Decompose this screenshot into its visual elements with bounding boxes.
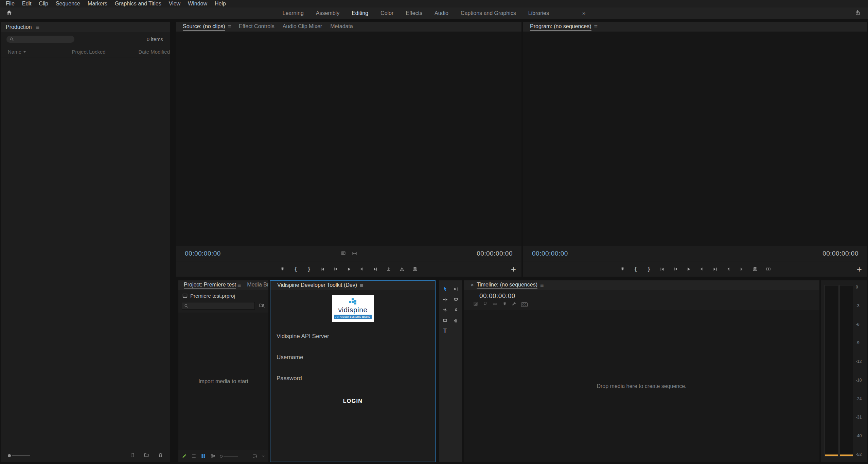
tab-media-browser[interactable]: Media Browser: [244, 280, 268, 290]
menu-graphics-and-titles[interactable]: Graphics and Titles: [111, 0, 165, 7]
list-view-icon[interactable]: [191, 453, 196, 459]
workspace-tab-audio[interactable]: Audio: [435, 10, 448, 16]
workspace-tab-editing[interactable]: Editing: [352, 10, 368, 16]
menu-view[interactable]: View: [165, 0, 184, 7]
nest-toggle-icon[interactable]: [473, 301, 478, 308]
column-project-locked[interactable]: Project Locked: [72, 49, 138, 55]
insert-icon[interactable]: [384, 265, 393, 274]
close-panel-icon[interactable]: ×: [471, 282, 474, 289]
linked-selection-icon[interactable]: [492, 301, 498, 308]
panel-menu-icon[interactable]: ≡: [237, 282, 241, 289]
username-field[interactable]: Username: [277, 354, 429, 364]
project-file-row[interactable]: Premiere test.prproj: [178, 290, 268, 299]
menu-edit[interactable]: Edit: [18, 0, 35, 7]
new-bin-icon[interactable]: [144, 452, 149, 459]
go-to-in-icon[interactable]: [318, 265, 327, 274]
menu-file[interactable]: File: [2, 0, 18, 7]
tab-effect-controls[interactable]: Effect Controls: [235, 22, 279, 32]
menu-clip[interactable]: Clip: [35, 0, 52, 7]
thumbnail-zoom-slider[interactable]: [220, 455, 238, 458]
column-name[interactable]: Name: [8, 49, 72, 55]
pen-tool-icon[interactable]: [450, 305, 461, 314]
tab-project[interactable]: Project: Premiere test: [181, 280, 239, 290]
selection-tool-icon[interactable]: [440, 284, 450, 293]
timeline-drop-zone[interactable]: Drop media here to create sequence.: [464, 310, 819, 462]
display-settings-icon[interactable]: [341, 250, 346, 257]
project-search-input[interactable]: [182, 302, 255, 310]
workspace-tab-learning[interactable]: Learning: [283, 10, 304, 16]
timeline-settings-wrench-icon[interactable]: [512, 301, 516, 308]
add-marker-icon[interactable]: [618, 265, 627, 274]
audio-meters[interactable]: [825, 285, 853, 457]
mark-in-icon[interactable]: {: [631, 265, 640, 274]
create-search-bin-icon[interactable]: [259, 303, 265, 309]
delete-icon[interactable]: [158, 452, 163, 459]
panel-menu-icon[interactable]: ≡: [594, 23, 598, 31]
comparison-view-icon[interactable]: [763, 265, 773, 274]
play-icon[interactable]: [684, 265, 693, 274]
go-to-in-icon[interactable]: [657, 265, 667, 274]
api-server-field[interactable]: Vidispine API Server: [277, 333, 429, 343]
chevron-down-icon[interactable]: [261, 454, 265, 458]
project-item-list[interactable]: Import media to start: [178, 313, 268, 450]
workspace-overflow-icon[interactable]: »: [582, 10, 585, 17]
step-back-icon[interactable]: [331, 265, 340, 274]
play-icon[interactable]: [344, 265, 354, 274]
mark-out-icon[interactable]: }: [644, 265, 654, 274]
menu-help[interactable]: Help: [211, 0, 230, 7]
menu-sequence[interactable]: Sequence: [52, 0, 84, 7]
hand-tool-icon[interactable]: [450, 316, 461, 325]
snap-magnet-icon[interactable]: [483, 301, 488, 308]
export-frame-icon[interactable]: [410, 265, 420, 274]
timeline-current-timecode[interactable]: 00:00:00:00: [479, 292, 515, 299]
ripple-edit-tool-icon[interactable]: [440, 295, 450, 304]
tab-program-monitor[interactable]: Program: (no sequences): [526, 22, 596, 32]
menu-markers[interactable]: Markers: [84, 0, 111, 7]
tab-timeline[interactable]: × Timeline: (no sequences): [466, 280, 542, 290]
lift-icon[interactable]: [724, 265, 733, 274]
step-back-icon[interactable]: [671, 265, 680, 274]
workspace-tab-effects[interactable]: Effects: [406, 10, 422, 16]
new-item-icon[interactable]: [130, 452, 135, 459]
extract-icon[interactable]: [737, 265, 746, 274]
add-marker-icon[interactable]: [278, 265, 287, 274]
button-editor-icon[interactable]: +: [511, 265, 516, 274]
go-to-out-icon[interactable]: [710, 265, 720, 274]
track-select-forward-tool-icon[interactable]: [450, 284, 461, 293]
workspace-tab-color[interactable]: Color: [380, 10, 393, 16]
source-current-timecode[interactable]: 00:00:00:00: [185, 250, 221, 257]
workspace-tab-assembly[interactable]: Assembly: [316, 10, 339, 16]
freeform-view-icon[interactable]: [210, 453, 215, 459]
workspace-tab-libraries[interactable]: Libraries: [528, 10, 549, 16]
project-writable-pencil-icon[interactable]: [182, 453, 187, 459]
icon-view-icon[interactable]: [201, 453, 206, 459]
panel-menu-icon[interactable]: ≡: [360, 282, 364, 289]
fit-zoom-icon[interactable]: [352, 250, 357, 257]
column-date-modified[interactable]: Date Modified: [138, 49, 170, 55]
login-button[interactable]: LOGIN: [277, 398, 429, 404]
type-tool-icon[interactable]: T: [440, 327, 450, 335]
panel-menu-icon[interactable]: ≡: [228, 23, 232, 31]
rectangle-tool-icon[interactable]: [440, 316, 450, 325]
quick-export-icon[interactable]: [855, 10, 861, 17]
overwrite-icon[interactable]: [397, 265, 407, 274]
zoom-slider-knob[interactable]: [8, 454, 11, 457]
zoom-slider-knob[interactable]: [220, 455, 223, 458]
tab-vidispine-toolkit[interactable]: Vidispine Developer Toolkit (Dev): [273, 281, 361, 290]
thumbnail-zoom-slider[interactable]: [8, 454, 30, 457]
tab-metadata[interactable]: Metadata: [326, 22, 357, 32]
panel-menu-icon[interactable]: ≡: [36, 24, 40, 31]
mark-out-icon[interactable]: }: [304, 265, 314, 274]
home-button[interactable]: [6, 10, 12, 17]
add-marker-icon[interactable]: [502, 301, 507, 308]
workspace-tab-captions-and-graphics[interactable]: Captions and Graphics: [461, 10, 516, 16]
production-item-list[interactable]: [1, 57, 170, 449]
program-current-timecode[interactable]: 00:00:00:00: [532, 250, 568, 257]
slip-tool-icon[interactable]: [440, 305, 450, 314]
tab-audio-clip-mixer[interactable]: Audio Clip Mixer: [279, 22, 326, 32]
sort-icons-icon[interactable]: [252, 453, 258, 459]
button-editor-icon[interactable]: +: [857, 265, 862, 274]
mark-in-icon[interactable]: {: [291, 265, 301, 274]
menu-window[interactable]: Window: [184, 0, 211, 7]
go-to-out-icon[interactable]: [371, 265, 380, 274]
